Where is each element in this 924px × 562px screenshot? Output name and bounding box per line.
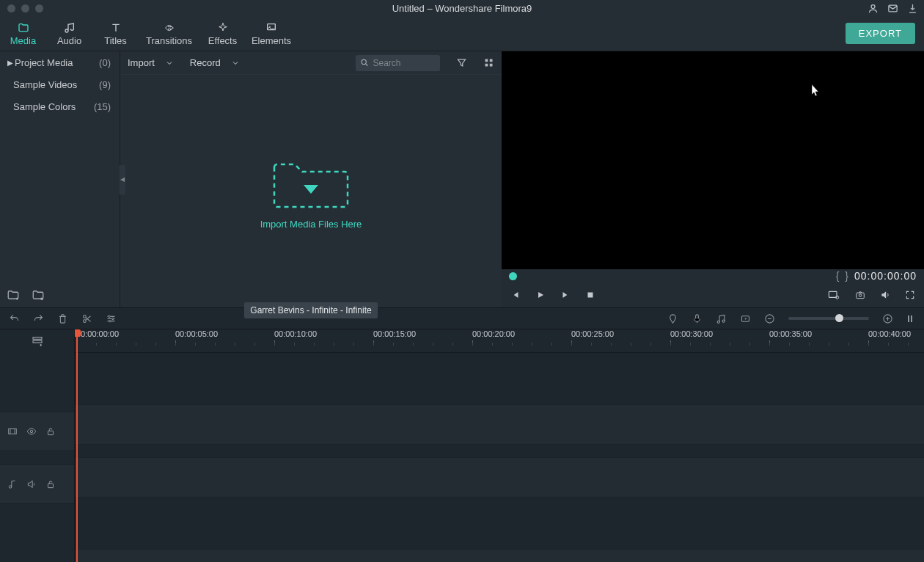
ruler-tick: 00:00:35:00 (769, 329, 812, 338)
svg-rect-7 (485, 64, 488, 67)
delete-icon[interactable] (57, 313, 68, 324)
sidebar-item-sample-videos[interactable]: Sample Videos (9) (0, 73, 120, 95)
ruler-tick: 00:00:30:00 (670, 329, 713, 338)
tab-label: Elements (252, 35, 291, 46)
svg-point-20 (717, 321, 719, 323)
svg-rect-5 (485, 59, 488, 62)
record-dropdown[interactable]: Record (190, 57, 240, 68)
scrub-playhead[interactable] (509, 272, 517, 280)
step-back-icon[interactable] (510, 290, 521, 300)
tab-label: Effects (208, 35, 238, 46)
new-folder-icon[interactable] (6, 288, 21, 302)
video-track[interactable] (75, 405, 924, 445)
delete-folder-icon[interactable] (31, 288, 45, 302)
quality-settings-icon[interactable] (827, 289, 840, 301)
music-icon (64, 22, 76, 34)
mark-in-icon[interactable]: { (836, 270, 840, 282)
grid-view-icon[interactable] (483, 57, 494, 68)
slider-thumb[interactable] (835, 314, 843, 322)
preview-scrub-bar[interactable]: { } 00:00:00:00 (502, 269, 924, 282)
svg-rect-32 (48, 483, 54, 487)
svg-point-21 (722, 320, 725, 322)
tab-label: Media (10, 35, 36, 46)
timeline-gap (75, 445, 924, 458)
tooltip-song-name: Garret Bevins - Infinite - Infinite (244, 302, 377, 318)
message-icon[interactable] (887, 3, 898, 14)
svg-point-30 (30, 430, 33, 433)
manage-tracks-icon[interactable] (31, 335, 44, 347)
import-drop-zone[interactable]: Import Media Files Here Garret Bevins - … (120, 75, 502, 307)
mark-out-icon[interactable]: } (845, 270, 848, 282)
svg-rect-6 (490, 59, 493, 62)
import-hint-text: Import Media Files Here (260, 219, 362, 230)
timeline-zoom-slider[interactable] (788, 317, 869, 320)
play-icon[interactable] (535, 290, 546, 300)
timeline-playhead[interactable] (76, 329, 78, 562)
zoom-out-icon[interactable] (764, 313, 775, 324)
undo-icon[interactable] (9, 313, 20, 324)
ruler-tick: 00:00:05:00 (175, 329, 218, 338)
video-track-header[interactable] (0, 412, 74, 451)
search-icon (360, 57, 369, 68)
search-input[interactable] (356, 55, 440, 71)
render-preview-icon[interactable] (740, 313, 751, 324)
split-icon[interactable] (81, 313, 92, 324)
mouse-cursor-icon (811, 84, 820, 97)
filter-icon[interactable] (456, 57, 467, 68)
volume-icon[interactable] (880, 290, 890, 300)
download-icon[interactable] (907, 3, 918, 14)
sidebar-item-project-media[interactable]: ▶ Project Media (0) (0, 51, 120, 73)
main-tabs: Media Audio Titles Transitions Effects E… (0, 16, 924, 51)
window-titlebar: Untitled – Wondershare Filmora9 (0, 0, 924, 16)
sparkle-icon (217, 22, 229, 34)
tab-elements[interactable]: Elements (246, 16, 297, 51)
step-forward-icon[interactable] (560, 290, 571, 300)
audio-track[interactable] (75, 458, 924, 497)
redo-icon[interactable] (33, 313, 44, 324)
svg-rect-27 (33, 337, 42, 340)
tab-titles[interactable]: Titles (92, 16, 139, 51)
timeline-track-headers (0, 329, 75, 562)
zoom-in-icon[interactable] (882, 313, 893, 324)
media-sidebar: ▶ Project Media (0) Sample Videos (9) Sa… (0, 51, 120, 307)
tab-effects[interactable]: Effects (199, 16, 246, 51)
tab-transitions[interactable]: Transitions (139, 16, 199, 51)
lock-icon[interactable] (45, 479, 56, 489)
snapshot-icon[interactable] (855, 290, 865, 300)
import-dropdown[interactable]: Import (128, 57, 174, 68)
audio-mixer-icon[interactable] (716, 313, 727, 324)
stop-icon[interactable] (585, 290, 595, 300)
eye-icon[interactable] (26, 426, 37, 437)
fullscreen-icon[interactable] (905, 290, 915, 300)
lock-icon[interactable] (45, 426, 56, 437)
speaker-icon[interactable] (26, 479, 37, 489)
timeline-gap (75, 353, 924, 405)
import-label: Import (128, 57, 155, 68)
edit-settings-icon[interactable] (106, 313, 117, 324)
preview-panel: { } 00:00:00:00 (502, 51, 924, 307)
ruler-tick: 00:00:20:00 (472, 329, 515, 338)
tab-media[interactable]: Media (0, 16, 46, 51)
chevron-down-icon (165, 59, 174, 67)
account-icon[interactable] (868, 3, 879, 14)
timeline-ruler[interactable]: 00:00:00:00 00:00:05:00 00:00:10:00 00:0… (75, 329, 924, 353)
zoom-fit-icon[interactable] (906, 313, 915, 324)
voiceover-icon[interactable] (692, 313, 703, 324)
svg-rect-12 (857, 293, 865, 299)
tab-label: Titles (104, 35, 127, 46)
music-note-icon (7, 479, 18, 489)
ruler-tick: 00:00:00:00 (76, 329, 119, 338)
export-button[interactable]: EXPORT (846, 23, 915, 44)
elements-icon (265, 22, 277, 34)
playhead-handle[interactable] (75, 329, 81, 337)
tab-label: Transitions (146, 35, 192, 46)
tab-audio[interactable]: Audio (46, 16, 92, 51)
sidebar-item-label: Project Media (15, 57, 99, 68)
ruler-tick: 00:00:40:00 (868, 329, 911, 338)
timeline-tracks-area[interactable]: 00:00:00:00 00:00:05:00 00:00:10:00 00:0… (75, 329, 924, 562)
audio-track-header[interactable] (0, 464, 74, 504)
marker-icon[interactable] (667, 313, 678, 324)
preview-viewport[interactable] (502, 51, 924, 269)
search-field[interactable] (373, 58, 436, 68)
sidebar-item-sample-colors[interactable]: Sample Colors (15) (0, 95, 120, 117)
